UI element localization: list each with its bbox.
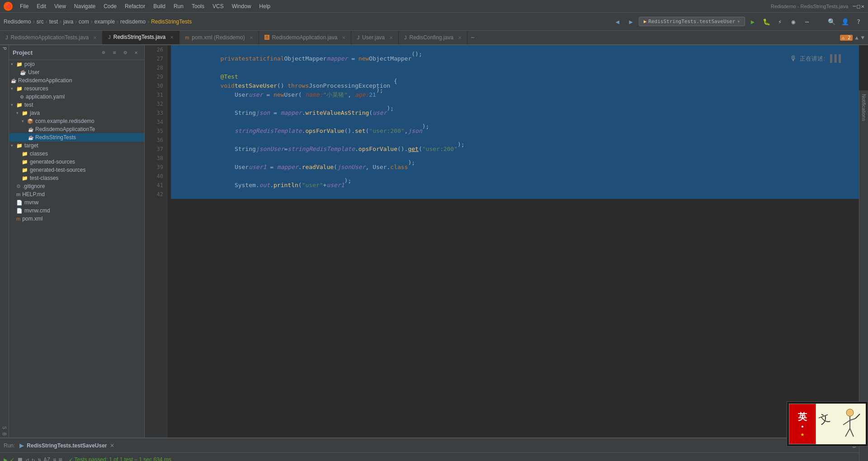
tree-item-redis-string-tests[interactable]: ☕ RedisStringTests — [9, 133, 144, 141]
sidebar-close-icon[interactable]: ✕ — [132, 48, 141, 57]
breadcrumb-test[interactable]: test — [49, 19, 58, 25]
back-button[interactable]: ◀ — [612, 16, 623, 28]
menu-code[interactable]: Code — [100, 2, 120, 10]
more-run-button[interactable]: ⋯ — [801, 16, 813, 28]
menu-file[interactable]: File — [16, 2, 32, 10]
tree-item-help-md[interactable]: ▾ m HELP.md — [9, 190, 144, 198]
tree-item-mvnw-cmd[interactable]: ▾ 📄 mvnw.cmd — [9, 207, 144, 215]
tab-redis-confing[interactable]: J RedisConfing.java ✕ — [399, 31, 467, 45]
minimize-button[interactable]: ─ — [853, 3, 856, 9]
close-tab-pom[interactable]: ✕ — [250, 35, 253, 40]
sidebar-collapse-icon[interactable]: ≡ — [110, 48, 119, 57]
tree-item-pom-xml[interactable]: ▾ m pom.xml — [9, 215, 144, 223]
sort-button[interactable]: ⇅ — [38, 456, 41, 461]
menu-build[interactable]: Build — [150, 2, 169, 10]
menu-navigate[interactable]: Navigate — [71, 2, 99, 10]
code-content[interactable]: 2 usages private static final ObjectMapp… — [167, 45, 859, 437]
run-stop-button[interactable]: ⏹ — [17, 456, 23, 461]
coverage-button[interactable]: ⚡ — [774, 16, 786, 28]
run-tab-icon: ▶ — [19, 442, 24, 449]
folder-icon-test-classes: 📁 — [22, 175, 28, 181]
close-tab-user[interactable]: ✕ — [389, 35, 393, 40]
breadcrumb-src[interactable]: src — [37, 19, 44, 25]
close-button[interactable]: ✕ — [861, 3, 864, 9]
breadcrumb-com[interactable]: com — [79, 19, 89, 25]
project-tool-button[interactable]: P — [2, 47, 7, 50]
tree-item-classes[interactable]: ▾ 📁 classes — [9, 150, 144, 158]
bookmarks-tool-button[interactable]: B — [2, 433, 7, 436]
menu-view[interactable]: View — [51, 2, 70, 10]
tree-item-package[interactable]: ▾ 📦 com.example.redisdemo — [9, 117, 144, 125]
search-everywhere-button[interactable]: 🔍 — [826, 16, 837, 28]
app-logo: 🔴 — [4, 2, 13, 11]
tree-item-resources[interactable]: ▾ 📁 resources — [9, 85, 144, 93]
warning-count[interactable]: ⚠ 2 — [840, 35, 853, 41]
tree-item-mvnw[interactable]: ▾ 📄 mvnw — [9, 198, 144, 207]
sidebar-scope-icon[interactable]: ⊕ — [99, 48, 108, 57]
tree-item-test[interactable]: ▾ 📁 test — [9, 101, 144, 109]
menu-window[interactable]: Window — [228, 2, 255, 10]
run-play-button[interactable]: ▶ — [4, 456, 7, 461]
svg-line-4 — [845, 428, 850, 437]
breadcrumb-example[interactable]: example — [94, 19, 115, 25]
left-tool-buttons: P S B — [0, 45, 9, 437]
run-tab-label[interactable]: RedisStringTests.testSaveUser — [27, 442, 107, 449]
tab-user[interactable]: J User.java ✕ — [351, 31, 399, 45]
maximize-button[interactable]: □ — [857, 3, 860, 9]
menu-vcs[interactable]: VCS — [209, 2, 227, 10]
close-tab-redis-string-tests[interactable]: ✕ — [170, 35, 174, 40]
tabs-overflow-button[interactable]: ⋯ — [467, 34, 478, 41]
debug-button[interactable]: 🐛 — [760, 16, 772, 28]
help-button[interactable]: ? — [853, 16, 864, 28]
folder-icon-java: 📁 — [22, 110, 28, 116]
menu-refactor[interactable]: Refactor — [121, 2, 149, 10]
tab-redis-string-tests[interactable]: J RedisStringTests.java ✕ — [103, 31, 179, 45]
tree-item-app-tests[interactable]: ☕ RedisdemoApplicationTe — [9, 125, 144, 133]
tree-item-gen-sources[interactable]: ▾ 📁 generated-sources — [9, 158, 144, 166]
menu-tools[interactable]: Tools — [188, 2, 208, 10]
forward-button[interactable]: ▶ — [625, 16, 637, 28]
breadcrumb-project[interactable]: Redisdemo — [4, 19, 31, 25]
warning-down[interactable]: ▼ — [861, 34, 864, 41]
structure-tool-button[interactable]: S — [2, 426, 7, 429]
breadcrumb-java[interactable]: java — [63, 19, 73, 25]
tree-item-test-classes[interactable]: ▾ 📁 test-classes — [9, 174, 144, 182]
tab-redisdemo-app[interactable]: 🅰 RedisdemoApplication.java ✕ — [259, 31, 352, 45]
tree-item-yaml[interactable]: ⚙ application.yaml — [9, 93, 144, 101]
rerun-failed-button[interactable]: ↺ — [26, 456, 29, 461]
code-line-31: User user = new User( name: "小菜猪", age: … — [171, 90, 859, 99]
run-check-button[interactable]: ✓ — [10, 456, 14, 461]
notifications-label[interactable]: Notifications — [861, 94, 867, 121]
tree-item-target[interactable]: ▾ 📁 target — [9, 141, 144, 150]
menu-help[interactable]: Help — [255, 2, 274, 10]
run-tab-close[interactable]: ✕ — [110, 442, 114, 449]
editor-wrapper: 26 27 28 29 30 31 32 33 34 35 36 37 38 3… — [145, 45, 859, 437]
close-tab-app-tests[interactable]: ✕ — [93, 35, 97, 40]
warning-up[interactable]: ▲ — [855, 34, 859, 41]
svg-point-0 — [846, 409, 854, 416]
profile-button[interactable]: ◉ — [788, 16, 799, 28]
tree-item-java[interactable]: ▾ 📁 java — [9, 109, 144, 117]
breadcrumb-current[interactable]: RedisStringTests — [151, 19, 192, 25]
rerun-button[interactable]: ↻ — [32, 456, 35, 461]
breadcrumb-redisdemo[interactable]: redisdemo — [120, 19, 146, 25]
tree-item-gen-test-sources[interactable]: ▾ 📁 generated-test-sources — [9, 166, 144, 174]
tree-item-redisdemo-app[interactable]: ☕ RedisdemoApplication — [9, 76, 144, 85]
tree-item-gitignore[interactable]: ▾ ⚙ .gitignore — [9, 182, 144, 190]
expand-right-button[interactable]: ⊞ — [59, 456, 62, 461]
expand-all-button[interactable]: ≡ — [53, 456, 56, 461]
user-settings-button[interactable]: 👤 — [839, 16, 851, 28]
tree-item-user[interactable]: ☕ User — [9, 68, 144, 76]
tab-pom[interactable]: m pom.xml (Redisdemo) ✕ — [179, 31, 259, 45]
sidebar-settings-icon[interactable]: ⚙ — [121, 48, 130, 57]
close-tab-redis-confing[interactable]: ✕ — [458, 35, 462, 40]
tab-app-tests[interactable]: J RedisdemoApplicationTests.java ✕ — [0, 31, 103, 45]
mvnw-icon: 📄 — [16, 200, 23, 206]
menu-edit[interactable]: Edit — [33, 2, 50, 10]
run-config-selector[interactable]: ▶ RedisStringTests.testSaveUser ▾ — [639, 17, 745, 26]
menu-run[interactable]: Run — [170, 2, 187, 10]
tree-item-pojo[interactable]: ▾ 📁 pojo — [9, 60, 144, 68]
run-button[interactable]: ▶ — [747, 16, 759, 28]
close-tab-redisdemo-app[interactable]: ✕ — [342, 35, 345, 40]
sort-alpha-button[interactable]: AZ — [44, 456, 50, 461]
